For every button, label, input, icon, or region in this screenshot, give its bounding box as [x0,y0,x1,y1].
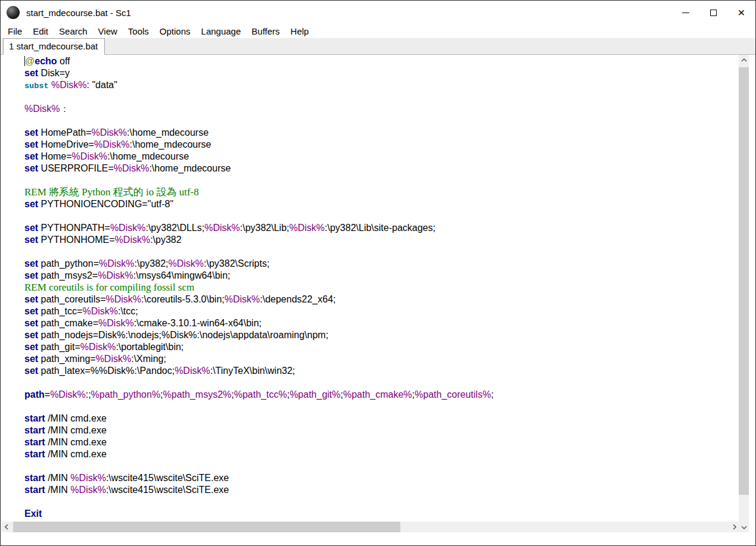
tab-start-mdecourse-bat[interactable]: 1 start_mdecourse.bat [3,38,105,55]
code-segment-command: subst [24,82,49,91]
code-segment-variable: %path_python% [91,389,161,400]
horizontal-scrollbar-thumb[interactable] [13,522,400,532]
code-segment-keyword: start [24,437,45,447]
code-line: Exit [24,508,740,520]
code-segment-variable: %Disk% [51,80,87,90]
code-segment-variable: %Disk% [169,258,204,269]
code-segment-variable: %Disk% [114,163,150,173]
close-icon: × [738,8,745,17]
code-line [24,377,740,389]
code-segment-default: Disk=y [38,68,70,78]
code-segment-default: :\wscite415\wscite\SciTE.exe [106,485,229,495]
code-segment-default: HomePath= [38,127,91,138]
code-segment-variable: %Disk% [70,473,106,483]
code-segment-variable: %path_coreutils% [415,389,491,400]
code-line: start /MIN cmd.exe [24,413,740,425]
code-segment-variable: %Disk% [106,294,142,304]
code-segment-default: :\msys64\mingw64\bin; [133,270,231,280]
code-line [24,91,740,103]
code-segment-variable: %Disk% [225,294,260,304]
code-segment-default: :\home_mdecourse [130,139,211,149]
scroll-left-button[interactable] [1,522,12,532]
code-segment-keyword: set [24,294,38,304]
code-segment-default: /MIN [45,473,71,483]
horizontal-scrollbar[interactable] [1,522,740,532]
code-segment-keyword: echo [35,56,57,66]
code-line: REM coreutils is for compiling fossil sc… [24,282,740,294]
scroll-right-button[interactable] [729,522,740,532]
code-segment-default: USERPROFILE= [38,163,114,173]
code-segment-keyword: set [24,151,38,161]
code-segment-default: :\py382; [135,258,169,269]
code-line: set Home=%Disk%:\home_mdecourse [24,151,740,163]
code-segment-variable: %Disk% [92,127,127,138]
code-line [24,401,740,413]
code-line: set HomeDrive=%Disk%:\home_mdecourse [24,139,740,151]
code-segment-default: :\coreutils-5.3.0\bin; [141,294,225,304]
menu-item-options[interactable]: Options [154,25,196,38]
code-segment-variable: %Disk% [204,223,240,233]
code-segment-variable: %path_git% [290,389,340,400]
code-line: start /MIN %Disk%:\wscite415\wscite\SciT… [24,484,740,496]
code-line: set PYTHONPATH=%Disk%:\py382\DLLs;%Disk%… [24,222,740,234]
code-segment-keyword: start [24,425,45,435]
code-line [24,246,740,258]
code-segment-keyword: start [24,449,45,459]
chevron-left-icon [5,524,8,530]
chevron-up-icon [741,58,747,62]
code-segment-variable: %Disk% [82,306,118,316]
code-segment-default: :\py382\Scripts; [204,258,269,269]
code-segment-keyword: set [24,199,38,209]
code-segment-default: path_cmake= [38,318,98,328]
chevron-down-icon [741,526,747,529]
menu-item-view[interactable]: View [93,25,123,38]
code-line: set path_tcc=%Disk%:\tcc; [24,305,740,317]
menu-item-help[interactable]: Help [285,25,315,38]
code-segment-default: : "data" [87,80,117,90]
menu-item-language[interactable]: Language [196,25,247,38]
scroll-up-button[interactable] [739,55,749,65]
code-segment-keyword: set [24,68,38,78]
title-bar[interactable]: start_mdecourse.bat - Sc1 × [1,1,755,24]
code-segment-default: HomeDrive= [38,139,94,149]
code-segment-hide: @ [25,56,35,66]
code-segment-variable: %Disk%： [24,104,70,114]
scroll-down-button[interactable] [739,522,749,532]
code-line: set path_latex=%%Disk%:\Pandoc;%Disk%:\T… [24,365,740,377]
code-line: start /MIN cmd.exe [24,436,740,448]
code-segment-default: :\depends22_x64; [260,294,335,304]
code-segment-keyword: set [24,258,38,269]
code-line: start /MIN %Disk%:\wscite415\wscite\SciT… [24,472,740,484]
code-line: subst %Disk%: "data" [24,79,740,91]
menu-item-tools[interactable]: Tools [123,25,154,38]
code-segment-keyword: Exit [24,508,42,519]
code-segment-keyword: start [24,413,45,423]
menu-item-edit[interactable]: Edit [27,25,54,38]
code-segment-default: :\Xming; [131,354,166,364]
code-segment-keyword: set [24,306,38,316]
code-segment-variable: %Disk% [99,258,135,269]
code-segment-variable: %Disk% [94,139,130,149]
scite-app-icon [7,6,20,19]
code-segment-default: ; [491,389,493,400]
menu-item-buffers[interactable]: Buffers [246,25,285,38]
vertical-scrollbar-thumb[interactable] [739,67,749,495]
code-segment-variable: %Disk% [289,223,325,233]
code-segment-keyword: start [24,485,45,495]
code-line [24,210,740,222]
code-segment-default: :; [86,389,91,400]
menu-item-search[interactable]: Search [54,25,93,38]
editor-text-area[interactable]: @echo offset Disk=ysubst %Disk%: "data" … [1,55,740,532]
code-segment-default: :\cmake-3.10.1-win64-x64\bin; [134,318,262,328]
code-line: start /MIN cmd.exe [24,448,740,460]
code-segment-variable: %Disk% [115,235,151,245]
menu-item-file[interactable]: File [2,25,27,38]
maximize-button[interactable] [699,1,727,24]
vertical-scrollbar[interactable] [739,55,749,532]
code-segment-default: path_nodejs=Disk%:\nodejs;%Disk%:\nodejs… [38,330,328,340]
code-segment-default: path_latex=%%Disk%:\Pandoc; [38,366,175,376]
close-button[interactable]: × [727,1,755,24]
code-line: @echo off [24,55,740,67]
code-segment-variable: %path_msys2% [163,389,232,400]
minimize-button[interactable] [671,1,699,24]
